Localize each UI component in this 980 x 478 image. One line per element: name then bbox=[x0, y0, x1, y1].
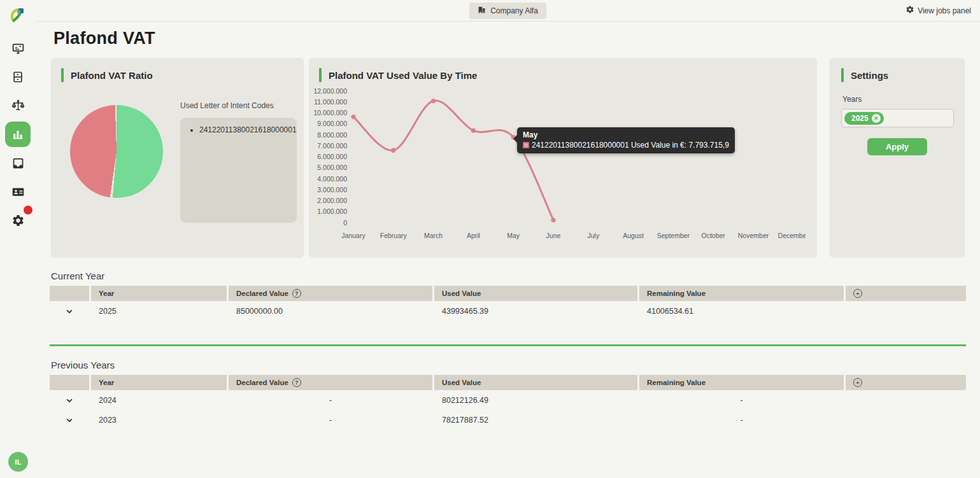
column-header-remaining-value: Remaining Value bbox=[639, 286, 844, 301]
data-point[interactable] bbox=[391, 148, 395, 153]
cell-used: 78217887.52 bbox=[434, 416, 637, 425]
sidebar-item-balance[interactable] bbox=[10, 98, 25, 113]
view-jobs-button[interactable]: View jobs panel bbox=[905, 5, 971, 16]
y-axis-tick: 0 bbox=[343, 219, 347, 227]
year-chip-label: 2025 bbox=[851, 114, 869, 123]
settings-card-header: Settings bbox=[841, 58, 953, 82]
title-accent-bar bbox=[319, 68, 322, 82]
table-row: 202585000000.0043993465.3941006534.61 bbox=[50, 301, 966, 321]
user-avatar[interactable]: IL bbox=[8, 452, 28, 472]
expand-row-button[interactable] bbox=[50, 396, 89, 405]
codes-list-title: Used Letter of Intent Codes bbox=[180, 101, 297, 110]
sidebar-item-inbox[interactable] bbox=[10, 155, 25, 171]
y-axis-tick: 5.000.000 bbox=[317, 164, 347, 171]
tooltip-series-swatch bbox=[523, 142, 529, 148]
company-selector-button[interactable]: Company Alfa bbox=[469, 3, 546, 19]
app-logo-icon[interactable] bbox=[8, 5, 27, 24]
expand-row-button[interactable] bbox=[50, 307, 89, 316]
actions-column-header: + bbox=[846, 375, 966, 390]
year-chip: 2025 ✕ bbox=[844, 112, 884, 125]
x-axis-month-label: May bbox=[507, 232, 520, 239]
chart-card-title: Plafond VAT Used Value By Time bbox=[329, 70, 477, 81]
sidebar-item-reports[interactable] bbox=[5, 122, 31, 147]
chart-card-header: Plafond VAT Used Value By Time bbox=[309, 58, 817, 82]
current-year-title: Current Year bbox=[51, 271, 966, 281]
column-header-declared-value: Declared Value? bbox=[229, 286, 432, 301]
y-axis-tick: 10.000.000 bbox=[313, 109, 347, 116]
line-chart[interactable]: 12.000.00011.000.00010.000.0009.000.0008… bbox=[309, 83, 817, 246]
jobs-gear-icon bbox=[905, 5, 914, 16]
y-axis-tick: 1.000.000 bbox=[317, 207, 347, 215]
main-content: Company Alfa View jobs panel Plafond VAT… bbox=[36, 0, 980, 478]
expand-row-button[interactable] bbox=[50, 416, 89, 425]
data-point[interactable] bbox=[431, 99, 436, 103]
data-point[interactable] bbox=[351, 115, 355, 119]
table-header-row: YearDeclared Value?Used ValueRemaining V… bbox=[50, 375, 966, 390]
ratio-card-title: Plafond VAT Ratio bbox=[71, 70, 153, 81]
table-row: 2023-78217887.52- bbox=[50, 410, 966, 430]
line-chart-svg: 12.000.00011.000.00010.000.0009.000.0008… bbox=[309, 83, 806, 244]
column-header-year: Year bbox=[91, 286, 227, 301]
chip-remove-icon[interactable]: ✕ bbox=[872, 114, 881, 123]
monitor-icon bbox=[11, 42, 25, 55]
current-year-section: Current Year YearDeclared Value?Used Val… bbox=[50, 271, 966, 321]
page-title: Plafond VAT bbox=[53, 29, 980, 48]
cell-declared: 85000000.00 bbox=[229, 307, 432, 316]
y-axis-tick: 11.000.000 bbox=[314, 98, 347, 106]
cell-remaining: - bbox=[639, 416, 844, 425]
data-point[interactable] bbox=[471, 129, 476, 133]
x-axis-month-label: January bbox=[341, 232, 366, 239]
intent-code-item: 24122011380021618000001 bbox=[199, 125, 290, 134]
table-header-row: YearDeclared Value?Used ValueRemaining V… bbox=[50, 286, 966, 301]
tooltip-value-text: 24122011380021618000001 Used Value in €:… bbox=[532, 141, 729, 150]
years-input[interactable]: 2025 ✕ bbox=[841, 109, 954, 127]
x-axis-month-label: September bbox=[657, 232, 690, 239]
y-axis-tick: 3.000.000 bbox=[317, 186, 347, 193]
y-axis-tick: 12.000.000 bbox=[313, 87, 347, 95]
tooltip-month: May bbox=[523, 130, 729, 139]
years-label: Years bbox=[842, 95, 953, 104]
topbar: Company Alfa View jobs panel bbox=[36, 0, 980, 22]
cell-year: 2025 bbox=[91, 307, 227, 316]
x-axis-month-label: November bbox=[738, 232, 769, 239]
cell-used: 80212126.49 bbox=[434, 396, 637, 405]
vat-ratio-pie-chart[interactable] bbox=[70, 105, 163, 198]
bar-chart-icon bbox=[11, 127, 25, 141]
sidebar-nav bbox=[5, 41, 31, 228]
title-accent-bar bbox=[841, 68, 844, 82]
scales-icon bbox=[11, 99, 25, 113]
cell-year: 2023 bbox=[91, 416, 227, 425]
circle-plus-icon[interactable]: + bbox=[853, 289, 862, 298]
codes-list-box: 24122011380021618000001 bbox=[180, 118, 297, 223]
sidebar-item-dashboard[interactable] bbox=[10, 41, 25, 56]
used-value-line bbox=[353, 101, 553, 220]
data-point[interactable] bbox=[551, 218, 555, 222]
y-axis-tick: 2.000.000 bbox=[317, 197, 347, 204]
ratio-card-header: Plafond VAT Ratio bbox=[51, 58, 304, 82]
y-axis-tick: 9.000.000 bbox=[317, 120, 347, 127]
x-axis-month-label: December bbox=[778, 232, 806, 239]
sidebar-item-settings[interactable] bbox=[10, 213, 25, 228]
cell-used: 43993465.39 bbox=[434, 307, 637, 316]
previous-years-section: Previous Years YearDeclared Value?Used V… bbox=[50, 360, 966, 430]
cell-declared: - bbox=[229, 396, 432, 405]
apply-button[interactable]: Apply bbox=[867, 138, 927, 155]
y-axis-tick: 4.000.000 bbox=[317, 175, 347, 183]
column-header-used-value: Used Value bbox=[434, 375, 637, 390]
used-value-chart-card: Plafond VAT Used Value By Time 12.000.00… bbox=[309, 58, 817, 257]
cell-remaining: 41006534.61 bbox=[639, 307, 844, 316]
circle-plus-icon[interactable]: + bbox=[853, 378, 862, 387]
section-divider bbox=[50, 344, 966, 346]
help-icon[interactable]: ? bbox=[292, 289, 301, 298]
sidebar-item-contacts[interactable] bbox=[10, 184, 25, 199]
actions-column-header: + bbox=[846, 286, 966, 301]
sidebar-item-archive[interactable] bbox=[10, 69, 25, 85]
help-icon[interactable]: ? bbox=[292, 378, 301, 387]
x-axis-month-label: April bbox=[467, 232, 480, 239]
expand-column-header bbox=[50, 375, 89, 390]
cell-year: 2024 bbox=[91, 396, 227, 405]
settings-card-title: Settings bbox=[851, 70, 888, 81]
y-axis-tick: 7.000.000 bbox=[317, 142, 347, 150]
view-jobs-label: View jobs panel bbox=[918, 6, 971, 15]
company-selector-label: Company Alfa bbox=[490, 6, 538, 15]
